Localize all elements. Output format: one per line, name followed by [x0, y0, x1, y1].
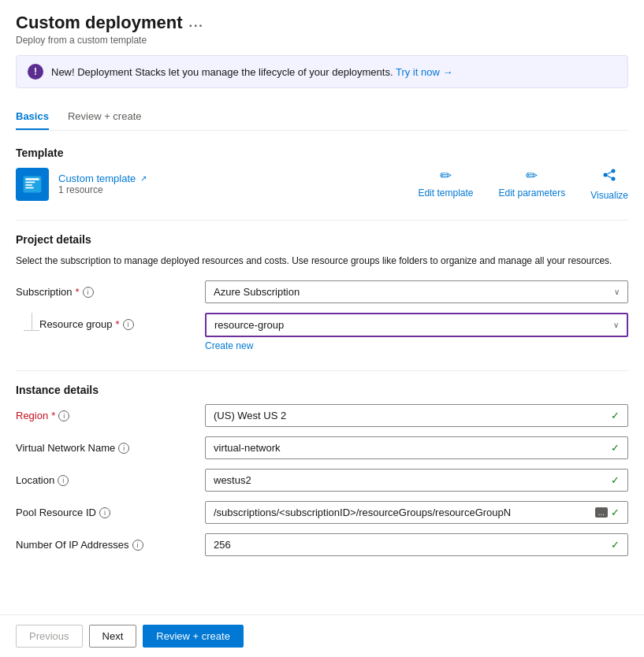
region-form-group: Region *i (US) West US 2 ✓ — [16, 404, 628, 427]
instance-details-section: Instance details Region *i (US) West US … — [16, 384, 628, 556]
pool-resource-id-check-icon: ✓ — [611, 507, 620, 518]
template-section-title: Template — [16, 147, 628, 159]
svg-rect-2 — [25, 181, 35, 183]
template-icon — [16, 168, 49, 201]
subscription-form-group: Subscription * i Azure Subscription ∨ — [16, 280, 628, 303]
project-details-section: Project details Select the subscription … — [16, 233, 628, 351]
ip-addresses-form-group: Number Of IP Addresses i 256 ✓ — [16, 533, 628, 556]
ip-addresses-select[interactable]: 256 ✓ — [205, 533, 628, 556]
region-control: (US) West US 2 ✓ — [205, 404, 628, 427]
pool-resource-id-info-icon[interactable]: i — [99, 507, 110, 518]
create-new-link[interactable]: Create new — [205, 340, 253, 351]
svg-point-7 — [612, 177, 616, 181]
region-check-icon: ✓ — [611, 410, 620, 421]
template-resource-count: 1 resource — [58, 184, 147, 195]
subscription-label: Subscription * i — [16, 280, 205, 298]
location-control: westus2 ✓ — [205, 469, 628, 492]
visualize-button[interactable]: Visualize — [590, 167, 628, 201]
region-select[interactable]: (US) West US 2 ✓ — [205, 404, 628, 427]
page-options-button[interactable]: ... — [188, 16, 203, 30]
virtual-network-check-icon: ✓ — [611, 442, 620, 454]
template-details: Custom template ↗ 1 resource — [58, 173, 147, 195]
review-create-button[interactable]: Review + create — [143, 625, 244, 648]
subscription-chevron-icon: ∨ — [614, 288, 620, 296]
template-name-link[interactable]: Custom template ↗ — [58, 173, 147, 184]
location-select[interactable]: westus2 ✓ — [205, 469, 628, 492]
page-title: Custom deployment — [16, 13, 182, 33]
resource-group-chevron-icon: ∨ — [613, 321, 619, 329]
previous-button[interactable]: Previous — [16, 625, 83, 648]
virtual-network-form-group: Virtual Network Name i virtual-network ✓ — [16, 436, 628, 459]
pool-resource-id-control: /subscriptions/<subscriptionID>/resource… — [205, 501, 628, 524]
template-section: Template Custom template ↗ — [16, 147, 628, 201]
region-info-icon[interactable]: i — [58, 410, 69, 421]
ip-addresses-control: 256 ✓ — [205, 533, 628, 556]
region-name: Region — [16, 410, 48, 421]
visualize-icon — [601, 167, 617, 187]
subscription-required: * — [76, 286, 80, 298]
ip-addresses-info-icon[interactable]: i — [132, 540, 143, 551]
location-form-group: Location i westus2 ✓ — [16, 469, 628, 492]
project-details-title: Project details — [16, 233, 628, 246]
svg-point-5 — [604, 173, 608, 177]
pool-resource-id-truncated-badge: ... — [595, 507, 608, 518]
virtual-network-label: Virtual Network Name i — [16, 436, 205, 454]
svg-rect-1 — [25, 178, 39, 180]
subscription-select[interactable]: Azure Subscription ∨ — [205, 280, 628, 303]
resource-group-control: resource-group ∨ Create new — [205, 313, 628, 351]
subscription-control: Azure Subscription ∨ — [205, 280, 628, 303]
svg-rect-4 — [25, 187, 34, 188]
edit-template-icon: ✏ — [440, 167, 452, 184]
banner-text: New! Deployment Stacks let you manage th… — [51, 66, 452, 78]
ip-addresses-label: Number Of IP Addresses i — [16, 533, 205, 551]
virtual-network-select[interactable]: virtual-network ✓ — [205, 436, 628, 459]
virtual-network-control: virtual-network ✓ — [205, 436, 628, 459]
pool-resource-id-form-group: Pool Resource ID i /subscriptions/<subsc… — [16, 501, 628, 524]
resource-group-info-icon[interactable]: i — [123, 319, 134, 330]
page-subtitle: Deploy from a custom template — [16, 35, 628, 46]
location-info-icon[interactable]: i — [58, 475, 69, 486]
resource-group-label: Resource group * i — [39, 313, 205, 330]
edit-parameters-button[interactable]: ✏ Edit parameters — [498, 167, 565, 201]
project-details-desc: Select the subscription to manage deploy… — [16, 254, 628, 268]
ip-addresses-check-icon: ✓ — [611, 539, 620, 551]
tab-basics[interactable]: Basics — [16, 104, 49, 130]
footer: Previous Next Review + create — [0, 614, 644, 657]
next-button[interactable]: Next — [89, 625, 137, 648]
edit-parameters-icon: ✏ — [526, 167, 538, 184]
tab-review-create[interactable]: Review + create — [68, 104, 142, 130]
subscription-info-icon[interactable]: i — [83, 287, 94, 298]
template-info: Custom template ↗ 1 resource — [16, 168, 147, 201]
template-actions: ✏ Edit template ✏ Edit parameters — [418, 167, 628, 201]
page-header: Custom deployment ... Deploy from a cust… — [16, 13, 628, 46]
virtual-network-info-icon[interactable]: i — [118, 443, 129, 454]
location-check-icon: ✓ — [611, 474, 620, 486]
resource-group-select[interactable]: resource-group ∨ — [205, 313, 628, 337]
svg-line-9 — [607, 176, 612, 178]
svg-line-8 — [607, 172, 612, 174]
instance-details-title: Instance details — [16, 384, 628, 396]
tabs-container: Basics Review + create — [16, 104, 628, 131]
banner-icon — [28, 64, 43, 80]
svg-rect-3 — [25, 184, 32, 186]
pool-resource-id-select[interactable]: /subscriptions/<subscriptionID>/resource… — [205, 501, 628, 524]
external-link-icon: ↗ — [140, 174, 147, 183]
location-label: Location i — [16, 469, 205, 486]
banner-link[interactable]: Try it now → — [396, 66, 452, 78]
pool-resource-id-label: Pool Resource ID i — [16, 501, 205, 518]
resource-group-required: * — [116, 318, 120, 330]
deployment-stacks-banner: New! Deployment Stacks let you manage th… — [16, 55, 628, 88]
region-label: Region *i — [16, 404, 205, 421]
edit-template-button[interactable]: ✏ Edit template — [418, 167, 473, 201]
svg-point-6 — [612, 169, 616, 173]
